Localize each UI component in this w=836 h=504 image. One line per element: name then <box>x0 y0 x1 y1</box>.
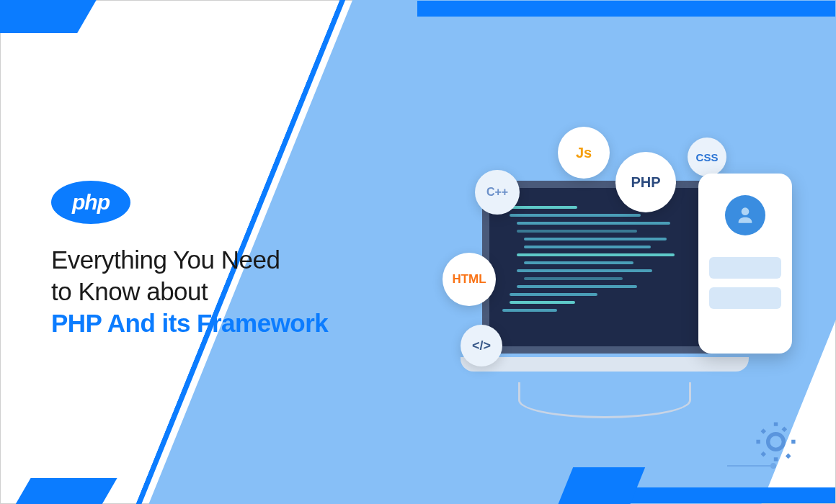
laptop-base <box>461 357 749 372</box>
code-line <box>510 301 575 304</box>
bubble-label: HTML <box>452 272 486 287</box>
php-logo-text: php <box>72 190 110 215</box>
headline-block: php Everything You Need to Know about PH… <box>51 181 397 338</box>
tech-bubble-php: PHP <box>615 152 676 212</box>
code-line <box>517 269 652 272</box>
bubble-label: Js <box>576 145 592 161</box>
bubble-label: PHP <box>631 174 660 191</box>
tech-bubble-html: HTML <box>443 253 496 306</box>
tech-bubble-cpp: C++ <box>475 170 520 215</box>
gear-icon <box>752 418 799 465</box>
laptop-stand-shadow <box>518 382 691 418</box>
input-field-mock <box>709 257 781 279</box>
circuit-decoration <box>727 465 770 467</box>
laptop-screen <box>482 181 727 354</box>
headline-text: Everything You Need to Know about PHP An… <box>51 244 397 338</box>
code-line <box>517 253 675 256</box>
code-line <box>502 309 557 312</box>
accent-bottom-left <box>14 478 117 504</box>
headline-line-1: Everything You Need <box>51 244 397 276</box>
code-line <box>524 261 633 264</box>
tech-bubble-code: </> <box>461 325 502 366</box>
code-line <box>524 277 623 280</box>
headline-line-2: to Know about <box>51 276 397 307</box>
illustration-area: Js C++ PHP CSS HTML </> <box>446 145 778 418</box>
code-line <box>510 214 641 217</box>
accent-top-right <box>417 1 835 17</box>
code-line <box>524 238 667 240</box>
bubble-label: CSS <box>696 151 719 163</box>
avatar-icon <box>725 195 765 235</box>
banner-canvas: php Everything You Need to Know about PH… <box>0 0 836 504</box>
code-line <box>517 230 637 233</box>
bubble-label: </> <box>472 338 491 354</box>
phone-mockup <box>698 174 792 354</box>
code-line <box>524 246 651 248</box>
input-field-mock <box>709 287 781 309</box>
tech-bubble-css: CSS <box>688 138 726 176</box>
php-logo-badge: php <box>51 181 130 224</box>
bubble-label: C++ <box>486 186 508 199</box>
code-line <box>517 285 637 288</box>
code-editor-mock <box>489 188 720 346</box>
accent-top-left <box>0 0 98 33</box>
tech-bubble-js: Js <box>558 127 610 179</box>
code-line <box>510 293 597 296</box>
window-controls-icon <box>495 194 714 199</box>
code-line <box>517 222 670 225</box>
headline-accent: PHP And its Framework <box>51 307 397 339</box>
